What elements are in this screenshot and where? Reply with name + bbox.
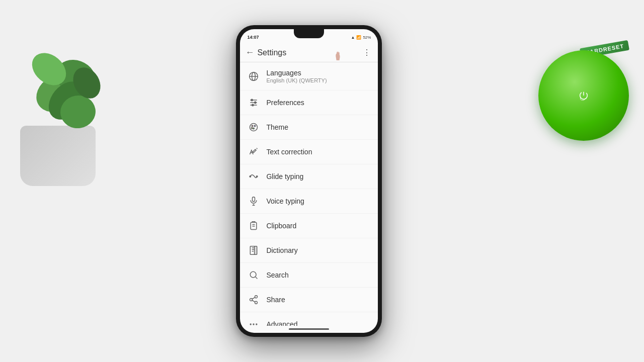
dictionary-label: Dictionary [266, 246, 297, 254]
plant-decoration [0, 0, 131, 201]
clipboard-icon [248, 220, 259, 231]
svg-rect-31 [255, 246, 257, 255]
menu-item-glide-typing[interactable]: Glide typing [240, 164, 378, 189]
power-button-decoration: HARDRESET [528, 40, 629, 141]
phone-notch [294, 29, 324, 38]
svg-line-38 [253, 297, 256, 299]
svg-line-18 [257, 148, 258, 149]
advanced-label: Advanced [266, 320, 297, 326]
svg-point-10 [255, 102, 256, 103]
svg-point-40 [253, 323, 255, 325]
phone: 14:07 ▲ 📶 52% ← Settings ⋮ [236, 25, 382, 337]
power-icon [579, 90, 589, 101]
auto-fix-icon [248, 146, 259, 157]
home-indicator [289, 328, 329, 330]
svg-point-12 [250, 124, 258, 131]
svg-point-14 [255, 125, 256, 127]
more-options-button[interactable]: ⋮ [363, 48, 371, 57]
svg-point-34 [255, 296, 258, 298]
menu-item-theme[interactable]: Theme [240, 115, 378, 140]
search-label: Search [266, 271, 288, 279]
sliders-icon [248, 97, 259, 108]
svg-point-41 [256, 323, 258, 325]
back-button[interactable]: ← [245, 47, 254, 58]
settings-header: ← Settings ⋮ [240, 43, 378, 62]
menu-item-text-correction[interactable]: Text correction [240, 140, 378, 164]
theme-label: Theme [266, 123, 288, 131]
book-icon [248, 245, 259, 256]
status-right: ▲ 📶 52% [351, 35, 371, 40]
share-label: Share [266, 296, 285, 304]
share-icon [248, 294, 259, 305]
menu-item-advanced[interactable]: Advanced [240, 312, 378, 326]
menu-item-share[interactable]: Share [240, 288, 378, 312]
signal-icon: 📶 [356, 35, 361, 40]
gesture-icon [248, 171, 259, 182]
svg-point-32 [251, 272, 257, 278]
palette-icon [248, 122, 259, 133]
svg-point-19 [250, 176, 251, 177]
wifi-icon: ▲ [351, 35, 355, 40]
phone-body: 14:07 ▲ 📶 52% ← Settings ⋮ [236, 25, 382, 337]
mic-icon [248, 196, 259, 207]
svg-rect-21 [253, 197, 255, 202]
svg-point-13 [252, 125, 254, 127]
svg-line-33 [256, 277, 258, 279]
settings-menu-list: Languages English (UK) (QWERTY) [240, 62, 378, 326]
globe-icon [248, 71, 259, 82]
search-icon [248, 269, 259, 281]
svg-point-11 [252, 104, 254, 106]
svg-point-15 [253, 128, 255, 129]
svg-point-36 [255, 301, 258, 304]
clipboard-label: Clipboard [266, 222, 296, 230]
preferences-label: Preferences [266, 99, 304, 107]
svg-line-37 [253, 300, 256, 302]
menu-item-preferences[interactable]: Preferences [240, 90, 378, 115]
status-time: 14:07 [247, 35, 259, 40]
page-title: Settings [257, 48, 286, 57]
text-correction-label: Text correction [266, 148, 312, 156]
svg-point-20 [257, 176, 258, 177]
menu-item-search[interactable]: Search [240, 263, 378, 288]
menu-item-voice-typing[interactable]: Voice typing [240, 189, 378, 214]
svg-point-35 [250, 299, 253, 301]
phone-screen: 14:07 ▲ 📶 52% ← Settings ⋮ [240, 29, 378, 333]
menu-item-dictionary[interactable]: Dictionary [240, 238, 378, 263]
menu-item-languages[interactable]: Languages English (UK) (QWERTY) [240, 62, 378, 90]
languages-label: Languages [266, 69, 327, 77]
glide-typing-label: Glide typing [266, 172, 303, 180]
menu-item-clipboard[interactable]: Clipboard [240, 214, 378, 238]
battery-icon: 52% [363, 35, 371, 40]
more-horiz-icon [248, 319, 259, 326]
svg-point-16 [252, 127, 253, 129]
svg-point-9 [251, 99, 253, 101]
voice-typing-label: Voice typing [266, 197, 304, 205]
svg-point-39 [250, 323, 252, 325]
languages-sublabel: English (UK) (QWERTY) [266, 77, 327, 83]
